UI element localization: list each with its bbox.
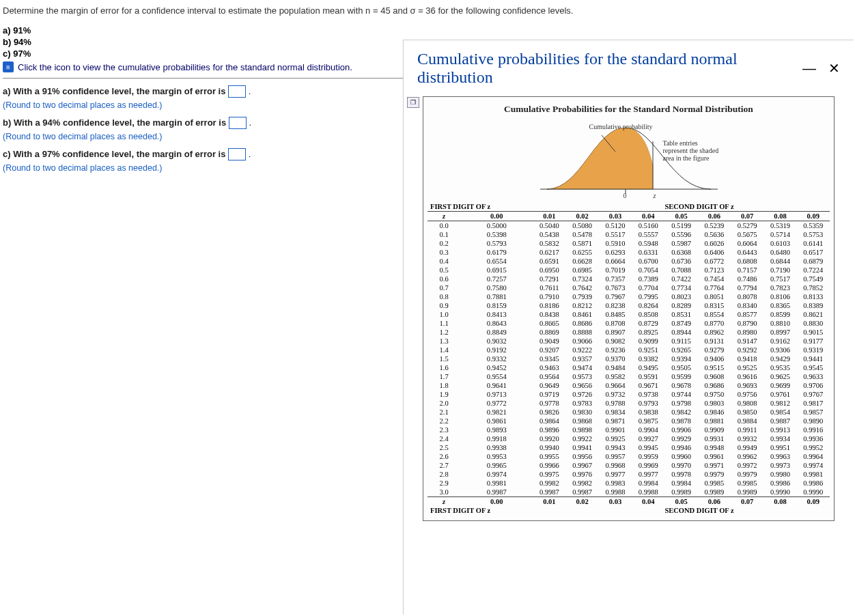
table-row: 0.50.69150.69500.69850.70190.70540.70880… [428, 266, 830, 275]
prob-cell: 0.5793 [460, 239, 533, 248]
prob-cell: 0.9842 [664, 408, 697, 417]
prob-cell: 0.9987 [533, 488, 565, 497]
prob-cell: 0.9207 [533, 346, 565, 354]
prob-cell: 0.9554 [460, 372, 533, 381]
prob-cell: 0.8643 [460, 319, 533, 328]
prob-cell: 0.9970 [664, 461, 697, 470]
prob-cell: 0.8531 [664, 310, 697, 319]
prob-cell: 0.8907 [599, 328, 632, 337]
prob-cell: 0.9251 [632, 346, 664, 354]
col-footer: 0.08 [763, 497, 796, 507]
prob-cell: 0.9946 [664, 443, 697, 452]
period: . [249, 86, 251, 96]
prob-cell: 0.5871 [566, 239, 599, 248]
prob-cell: 0.9989 [731, 488, 763, 497]
table-row: 1.30.90320.90490.90660.90820.90990.91150… [428, 337, 830, 346]
prob-cell: 0.6628 [566, 257, 599, 266]
prob-cell: 0.9982 [533, 479, 565, 488]
prob-cell: 0.8925 [632, 328, 664, 337]
prob-cell: 0.7389 [632, 275, 664, 283]
table-row: 1.00.84130.84380.84610.84850.85080.85310… [428, 310, 830, 319]
z-value: 0.8 [428, 292, 460, 301]
close-icon[interactable]: ✕ [828, 60, 840, 76]
prob-cell: 0.7157 [731, 266, 763, 275]
prob-cell: 0.5279 [731, 221, 763, 231]
col-header: 0.08 [763, 212, 796, 221]
prob-cell: 0.8749 [664, 319, 697, 328]
prob-cell: 0.9911 [731, 425, 763, 434]
prob-cell: 0.9953 [460, 452, 533, 461]
prob-cell: 0.9345 [533, 354, 565, 363]
prob-cell: 0.9887 [763, 417, 796, 425]
table-row: 3.00.99870.99870.99870.99880.99880.99890… [428, 488, 830, 497]
prob-cell: 0.9838 [632, 408, 664, 417]
prob-cell: 0.9545 [797, 363, 830, 372]
prob-cell: 0.9641 [460, 381, 533, 390]
prob-cell: 0.7852 [797, 283, 830, 292]
prob-cell: 0.9986 [763, 479, 796, 488]
z-value: 0.1 [428, 230, 460, 239]
prob-cell: 0.7704 [632, 283, 664, 292]
prob-cell: 0.6443 [731, 248, 763, 257]
prob-cell: 0.9901 [599, 425, 632, 434]
prob-cell: 0.9898 [566, 425, 599, 434]
prob-cell: 0.9982 [566, 479, 599, 488]
prob-cell: 0.5596 [664, 230, 697, 239]
prob-cell: 0.9115 [664, 337, 697, 346]
prob-cell: 0.7549 [797, 275, 830, 283]
prob-cell: 0.8944 [664, 328, 697, 337]
prob-cell: 0.7642 [566, 283, 599, 292]
prob-cell: 0.9082 [599, 337, 632, 346]
table-row: 1.70.95540.95640.95730.95820.95910.95990… [428, 372, 830, 381]
prob-cell: 0.7190 [763, 266, 796, 275]
prob-cell: 0.8665 [533, 319, 565, 328]
prob-cell: 0.7580 [460, 283, 533, 292]
prob-cell: 0.9788 [599, 399, 632, 408]
prob-cell: 0.9535 [763, 363, 796, 372]
prob-cell: 0.9099 [632, 337, 664, 346]
prob-cell: 0.7967 [599, 292, 632, 301]
prob-cell: 0.9957 [599, 452, 632, 461]
answer-c-input[interactable] [228, 148, 246, 160]
prob-cell: 0.9292 [731, 346, 763, 354]
prob-cell: 0.9943 [599, 443, 632, 452]
prob-cell: 0.9719 [533, 390, 565, 399]
prob-cell: 0.9974 [797, 461, 830, 470]
prob-cell: 0.7291 [533, 275, 565, 283]
minimize-icon[interactable]: — [802, 61, 816, 76]
popout-icon[interactable]: ❐ [407, 97, 419, 108]
col-footer: 0.01 [533, 497, 565, 507]
table-row: 0.20.57930.58320.58710.59100.59480.59870… [428, 239, 830, 248]
table-row: 2.50.99380.99400.99410.99430.99450.99460… [428, 443, 830, 452]
z-value: 1.6 [428, 363, 460, 372]
table-row: 2.10.98210.98260.98300.98340.98380.98420… [428, 408, 830, 417]
prob-cell: 0.9984 [632, 479, 664, 488]
answer-a-input[interactable] [228, 85, 246, 98]
table-row: 0.70.75800.76110.76420.76730.77040.77340… [428, 283, 830, 292]
prob-cell: 0.9418 [731, 354, 763, 363]
table-row: 0.30.61790.62170.62550.62930.63310.63680… [428, 248, 830, 257]
prob-cell: 0.6217 [533, 248, 565, 257]
prob-cell: 0.9265 [664, 346, 697, 354]
table-row: 1.40.91920.92070.92220.92360.92510.92650… [428, 346, 830, 354]
prob-cell: 0.9985 [698, 479, 731, 488]
prob-cell: 0.9868 [566, 417, 599, 425]
prob-cell: 0.8438 [533, 310, 565, 319]
prob-cell: 0.8621 [797, 310, 830, 319]
prob-cell: 0.9713 [460, 390, 533, 399]
prob-cell: 0.9591 [632, 372, 664, 381]
prob-cell: 0.7123 [698, 266, 731, 275]
answer-b-input[interactable] [229, 117, 247, 129]
prob-cell: 0.7517 [763, 275, 796, 283]
prob-cell: 0.9671 [632, 381, 664, 390]
prob-cell: 0.9976 [566, 470, 599, 479]
table-row: 1.60.94520.94630.94740.94840.94950.95050… [428, 363, 830, 372]
prob-cell: 0.9927 [632, 434, 664, 443]
prob-cell: 0.8023 [664, 292, 697, 301]
prob-cell: 0.9986 [797, 479, 830, 488]
prob-cell: 0.6879 [797, 257, 830, 266]
z-col-header: z [428, 212, 460, 221]
prob-cell: 0.9965 [460, 461, 533, 470]
prob-cell: 0.7939 [566, 292, 599, 301]
prob-cell: 0.9306 [763, 346, 796, 354]
